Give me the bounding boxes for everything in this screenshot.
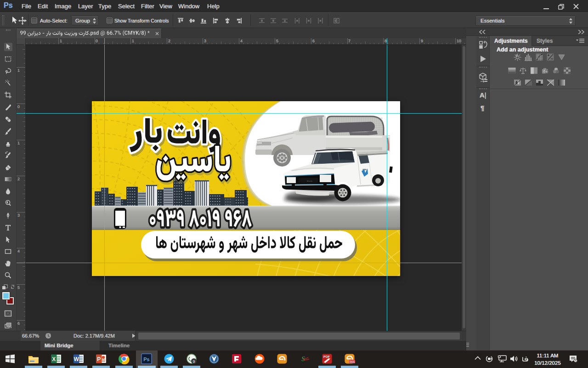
svg-text:PDF: PDF <box>323 355 330 358</box>
svg-text:W: W <box>74 356 79 362</box>
svg-text:9: 9 <box>192 359 195 364</box>
svg-text:Ps: Ps <box>143 356 149 362</box>
svg-text:P: P <box>97 356 101 362</box>
svg-text:566: 566 <box>350 360 355 363</box>
svg-text:Mazda: Mazda <box>307 180 313 182</box>
svg-text:X: X <box>52 356 56 362</box>
